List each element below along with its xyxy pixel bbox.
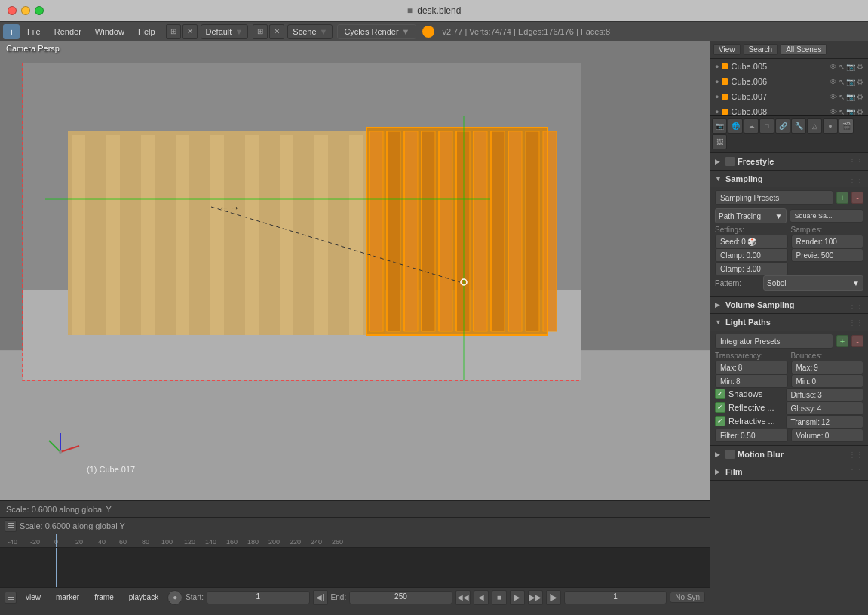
- eye-icon-4[interactable]: 👁: [830, 108, 837, 116]
- menu-render[interactable]: Render: [48, 26, 87, 38]
- sampling-add-btn[interactable]: +: [836, 192, 848, 204]
- light-paths-header[interactable]: ▼ Light Paths ⋮⋮: [710, 314, 868, 331]
- clamp1-btn[interactable]: Clamp: 0.00: [715, 248, 788, 262]
- seed-random-icon[interactable]: 🎲: [747, 238, 756, 246]
- options-icon-2[interactable]: ⚙: [857, 78, 863, 86]
- info-button[interactable]: i: [3, 24, 20, 39]
- cursor-icon-3[interactable]: ↖: [839, 93, 845, 101]
- volume-btn[interactable]: Volume: 0: [791, 429, 864, 442]
- props-tab-constraint[interactable]: 🔗: [775, 118, 790, 134]
- props-tab-world[interactable]: ☁: [744, 118, 759, 134]
- render-icon-2[interactable]: 📷: [846, 78, 855, 86]
- render-icon[interactable]: 📷: [846, 63, 855, 71]
- play-forward[interactable]: ▶: [510, 590, 525, 605]
- motion-blur-header[interactable]: ▶ Motion Blur ⋮⋮: [710, 446, 868, 463]
- cursor-icon-2[interactable]: ↖: [839, 78, 845, 86]
- maximize-button[interactable]: [35, 6, 44, 15]
- menu-window[interactable]: Window: [89, 26, 130, 38]
- no-sync-btn[interactable]: No Syn: [670, 592, 705, 603]
- shadows-checkbox[interactable]: [715, 389, 725, 399]
- integrator-add-btn[interactable]: +: [836, 335, 848, 347]
- sampling-method-dropdown[interactable]: Path Tracing ▼: [715, 208, 787, 223]
- timeline-marker[interactable]: marker: [50, 592, 85, 603]
- options-icon[interactable]: ⚙: [857, 63, 863, 71]
- play-reverse[interactable]: ◀◀: [455, 590, 471, 605]
- integrator-remove-btn[interactable]: -: [851, 335, 863, 347]
- prev-keyframe[interactable]: ◀|: [313, 590, 328, 605]
- start-frame-input[interactable]: 1: [207, 591, 310, 604]
- reflective-checkbox[interactable]: [715, 402, 725, 413]
- options-icon-4[interactable]: ⚙: [857, 108, 863, 116]
- scene-x-icon[interactable]: ✕: [269, 24, 284, 39]
- props-tab-material[interactable]: ●: [823, 118, 838, 134]
- cursor-icon[interactable]: ↖: [839, 63, 845, 71]
- props-tab-modifier[interactable]: 🔧: [791, 118, 806, 134]
- viewport-3d[interactable]: Camera Persp: [0, 41, 710, 517]
- max-bounce-btn[interactable]: Max: 9: [791, 361, 864, 374]
- props-tab-comp[interactable]: 🖼: [712, 134, 727, 149]
- scene-grid-icon[interactable]: ⊞: [253, 24, 268, 39]
- glossy-btn[interactable]: Glossy: 4: [786, 401, 864, 415]
- seed-btn[interactable]: Seed: 0 🎲: [715, 235, 788, 248]
- layout-selector[interactable]: Default ▼: [201, 24, 249, 39]
- integrator-presets-btn[interactable]: Integrator Presets: [715, 334, 833, 349]
- min-trans-btn[interactable]: Min: 8: [715, 374, 788, 388]
- outliner-search-tab[interactable]: Search: [744, 44, 778, 55]
- playback-menu[interactable]: ☰: [5, 592, 17, 604]
- sampling-remove-btn[interactable]: -: [851, 192, 863, 204]
- play-fast[interactable]: ▶▶: [528, 590, 543, 605]
- layout-x-icon[interactable]: ✕: [182, 24, 198, 39]
- menu-help[interactable]: Help: [132, 26, 161, 38]
- props-tab-scene[interactable]: 🌐: [728, 118, 743, 134]
- menu-file[interactable]: File: [21, 26, 47, 38]
- eye-icon[interactable]: 👁: [830, 63, 837, 71]
- minimize-button[interactable]: [21, 6, 30, 15]
- timeline-frame[interactable]: frame: [88, 592, 120, 603]
- outliner-view-tab[interactable]: View: [713, 44, 741, 55]
- cursor-icon-4[interactable]: ↖: [839, 108, 845, 116]
- diffuse-btn[interactable]: Diffuse: 3: [786, 388, 864, 401]
- refractive-checkbox[interactable]: [715, 416, 725, 426]
- current-frame-input[interactable]: 1: [564, 591, 667, 604]
- scene-selector[interactable]: Scene ▼: [287, 24, 333, 39]
- next-keyframe[interactable]: |▶: [546, 590, 561, 605]
- volume-sampling-header[interactable]: ▶ Volume Sampling ⋮⋮: [710, 297, 868, 313]
- eye-icon-2[interactable]: 👁: [830, 78, 837, 86]
- previe-samples-btn[interactable]: Previe: 500: [791, 248, 864, 262]
- options-icon-3[interactable]: ⚙: [857, 93, 863, 101]
- eye-icon-3[interactable]: 👁: [830, 93, 837, 101]
- end-frame-input[interactable]: 250: [349, 591, 452, 604]
- sampling-presets-btn[interactable]: Sampling Presets: [715, 190, 833, 205]
- timeline-view[interactable]: view: [20, 592, 47, 603]
- render-icon-4[interactable]: 📷: [846, 108, 855, 116]
- playback-record[interactable]: ●: [167, 590, 182, 605]
- render-icon-3[interactable]: 📷: [846, 93, 855, 101]
- pattern-dropdown[interactable]: Sobol ▼: [763, 275, 863, 291]
- timeline-menu-icon[interactable]: ☰: [5, 520, 17, 532]
- film-header[interactable]: ▶ Film ⋮⋮: [710, 463, 868, 480]
- play-back[interactable]: ◀: [474, 590, 489, 605]
- layout-grid-icon[interactable]: ⊞: [166, 24, 181, 39]
- outliner-item-cube007[interactable]: ● Cube.007 👁 ↖ 📷 ⚙: [710, 89, 868, 104]
- outliner-item-cube008[interactable]: ● Cube.008 👁 ↖ 📷 ⚙: [710, 104, 868, 116]
- render-engine-selector[interactable]: Cycles Render ▼: [337, 24, 416, 39]
- outliner-item-cube005[interactable]: ● Cube.005 👁 ↖ 📷 ⚙: [710, 59, 868, 74]
- clamp2-btn[interactable]: Clamp: 3.00: [715, 262, 788, 275]
- timeline-playback[interactable]: playback: [123, 592, 164, 603]
- filter-btn[interactable]: Filter: 0.50: [715, 429, 788, 442]
- props-tab-camera[interactable]: 📷: [712, 118, 727, 134]
- props-tab-render[interactable]: 🎬: [839, 118, 854, 134]
- stop-play[interactable]: ■: [492, 590, 507, 605]
- max-trans-btn[interactable]: Max: 8: [715, 361, 788, 374]
- props-tab-object[interactable]: □: [759, 118, 774, 134]
- outliner-allscenes-tab[interactable]: All Scenes: [781, 44, 827, 55]
- min-bounce-btn[interactable]: Min: 0: [791, 374, 864, 388]
- freestyle-header[interactable]: ▶ Freestyle ⋮⋮: [710, 153, 868, 170]
- sampling-square-btn[interactable]: Square Sa...: [790, 209, 864, 223]
- transmi-btn[interactable]: Transmi: 12: [786, 415, 864, 429]
- render-samples-btn[interactable]: Render: 100: [791, 235, 864, 248]
- props-tab-data[interactable]: △: [807, 118, 822, 134]
- outliner-item-cube006[interactable]: ● Cube.006 👁 ↖ 📷 ⚙: [710, 74, 868, 89]
- close-button[interactable]: [8, 6, 17, 15]
- sampling-header[interactable]: ▼ Sampling ⋮⋮: [710, 171, 868, 187]
